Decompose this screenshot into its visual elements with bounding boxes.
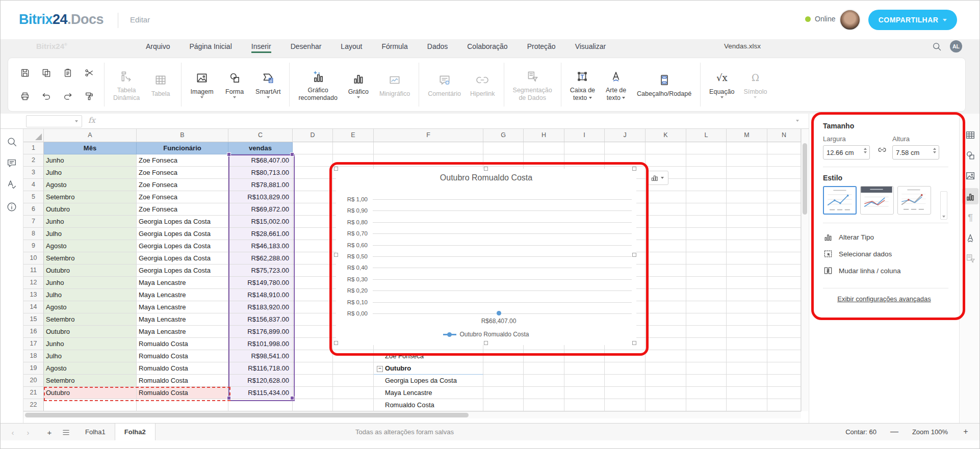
col-header-J[interactable]: J bbox=[605, 129, 646, 142]
text-art-settings-icon[interactable] bbox=[964, 232, 976, 244]
cell-B14[interactable]: Maya Lencastre bbox=[137, 301, 228, 313]
chart-resize-handle[interactable] bbox=[484, 341, 488, 345]
insert-smartart-button[interactable]: SmartArt bbox=[251, 66, 285, 103]
cell-C19[interactable]: R$116,718.00 bbox=[228, 362, 293, 375]
row-header-20[interactable]: 20 bbox=[23, 375, 44, 387]
cell-G22[interactable] bbox=[483, 399, 524, 411]
cell-J2[interactable] bbox=[605, 154, 646, 167]
image-settings-icon[interactable] bbox=[964, 170, 976, 182]
col-header-N[interactable]: N bbox=[767, 129, 801, 142]
selection-handle[interactable] bbox=[227, 152, 231, 156]
cell-K7[interactable] bbox=[646, 216, 686, 228]
chart-style-thumb-2[interactable] bbox=[860, 186, 894, 215]
col-header-M[interactable]: M bbox=[727, 129, 767, 142]
cell-M10[interactable] bbox=[727, 252, 767, 265]
select-all-corner[interactable] bbox=[23, 129, 44, 142]
cell-N19[interactable] bbox=[767, 362, 801, 375]
menu-tab-dados[interactable]: Dados bbox=[427, 39, 448, 54]
cell-M9[interactable] bbox=[727, 240, 767, 252]
cell-B4[interactable]: Zoe Fonseca bbox=[137, 179, 228, 191]
cell-K13[interactable] bbox=[646, 289, 686, 301]
cell-F2[interactable] bbox=[374, 154, 483, 167]
cell-B3[interactable]: Zoe Fonseca bbox=[137, 167, 228, 179]
insert-image-button[interactable]: Imagem bbox=[186, 66, 218, 103]
menu-tab-layout[interactable]: Layout bbox=[341, 39, 362, 54]
cell-L11[interactable] bbox=[686, 265, 727, 277]
cell-F19[interactable]: –Outubro bbox=[374, 362, 483, 375]
cell-H2[interactable] bbox=[524, 154, 564, 167]
slicer-button[interactable]: Segmentaçãode Dados bbox=[508, 65, 557, 105]
cell-J19[interactable] bbox=[605, 362, 646, 375]
cell-I19[interactable] bbox=[564, 362, 605, 375]
cell-B22[interactable] bbox=[137, 399, 228, 411]
cell-D21[interactable] bbox=[293, 387, 333, 399]
cell-K14[interactable] bbox=[646, 301, 686, 313]
cell-N2[interactable] bbox=[767, 154, 801, 167]
menu-tab-visualizar[interactable]: Visualizar bbox=[575, 39, 606, 54]
cell-E1[interactable] bbox=[333, 142, 374, 154]
cell-D5[interactable] bbox=[293, 191, 333, 203]
chart-resize-handle[interactable] bbox=[632, 341, 636, 345]
cell-C6[interactable]: R$69,872.00 bbox=[228, 203, 293, 216]
cell-N15[interactable] bbox=[767, 313, 801, 326]
cell-G2[interactable] bbox=[483, 154, 524, 167]
cell-F21[interactable]: Maya Lencastre bbox=[374, 387, 483, 399]
cell-A6[interactable]: Outubro bbox=[44, 203, 137, 216]
cell-N16[interactable] bbox=[767, 326, 801, 338]
cell-G19[interactable] bbox=[483, 362, 524, 375]
col-header-I[interactable]: I bbox=[564, 129, 605, 142]
row-header-10[interactable]: 10 bbox=[23, 252, 44, 265]
insert-chart-button[interactable]: Gráfico bbox=[342, 66, 375, 103]
cell-I1[interactable] bbox=[564, 142, 605, 154]
cell-F20[interactable]: Georgia Lopes da Costa bbox=[374, 375, 483, 387]
cell-K12[interactable] bbox=[646, 277, 686, 289]
comments-icon[interactable] bbox=[6, 157, 17, 169]
col-header-G[interactable]: G bbox=[483, 129, 524, 142]
user-avatar[interactable] bbox=[839, 9, 861, 31]
cell-L10[interactable] bbox=[686, 252, 727, 265]
menu-tab-inserir[interactable]: Inserir bbox=[251, 39, 271, 54]
cell-A7[interactable]: Junho bbox=[44, 216, 137, 228]
row-header-11[interactable]: 11 bbox=[23, 265, 44, 277]
cell-M14[interactable] bbox=[727, 301, 767, 313]
cell-C1[interactable]: vendas bbox=[228, 142, 293, 154]
cell-D3[interactable] bbox=[293, 167, 333, 179]
cell-N4[interactable] bbox=[767, 179, 801, 191]
cell-N8[interactable] bbox=[767, 228, 801, 240]
cell-F18[interactable]: Zoe Fonseca bbox=[374, 350, 483, 362]
cell-A10[interactable]: Setembro bbox=[44, 252, 137, 265]
cell-K1[interactable] bbox=[646, 142, 686, 154]
cell-L3[interactable] bbox=[686, 167, 727, 179]
cell-B7[interactable]: Georgia Lopes da Costa bbox=[137, 216, 228, 228]
cell-C20[interactable]: R$120,628.00 bbox=[228, 375, 293, 387]
cell-C12[interactable]: R$149,780.00 bbox=[228, 277, 293, 289]
cell-L13[interactable] bbox=[686, 289, 727, 301]
cell-G20[interactable] bbox=[483, 375, 524, 387]
cell-L6[interactable] bbox=[686, 203, 727, 216]
cell-E19[interactable] bbox=[333, 362, 374, 375]
cell-K21[interactable] bbox=[646, 387, 686, 399]
header-footer-button[interactable]: Cabeçalho/Rodapé bbox=[632, 68, 696, 101]
cell-B10[interactable]: Georgia Lopes da Costa bbox=[137, 252, 228, 265]
cell-L1[interactable] bbox=[686, 142, 727, 154]
cell-E20[interactable] bbox=[333, 375, 374, 387]
lock-aspect-ratio-icon[interactable] bbox=[876, 144, 888, 155]
cell-I2[interactable] bbox=[564, 154, 605, 167]
formula-input[interactable] bbox=[102, 115, 788, 128]
cell-L14[interactable] bbox=[686, 301, 727, 313]
cell-M19[interactable] bbox=[727, 362, 767, 375]
cell-A11[interactable]: Outubro bbox=[44, 265, 137, 277]
cell-A21[interactable]: Outubro bbox=[44, 387, 137, 399]
cell-D20[interactable] bbox=[293, 375, 333, 387]
cell-J18[interactable] bbox=[605, 350, 646, 362]
cell-J1[interactable] bbox=[605, 142, 646, 154]
row-header-22[interactable]: 22 bbox=[23, 399, 44, 411]
cell-M15[interactable] bbox=[727, 313, 767, 326]
cell-C17[interactable]: R$101,998.00 bbox=[228, 338, 293, 350]
row-header-7[interactable]: 7 bbox=[23, 216, 44, 228]
cell-N22[interactable] bbox=[767, 399, 801, 411]
cell-N3[interactable] bbox=[767, 167, 801, 179]
cell-B9[interactable]: Georgia Lopes da Costa bbox=[137, 240, 228, 252]
cell-B15[interactable]: Maya Lencastre bbox=[137, 313, 228, 326]
row-header-18[interactable]: 18 bbox=[23, 350, 44, 362]
